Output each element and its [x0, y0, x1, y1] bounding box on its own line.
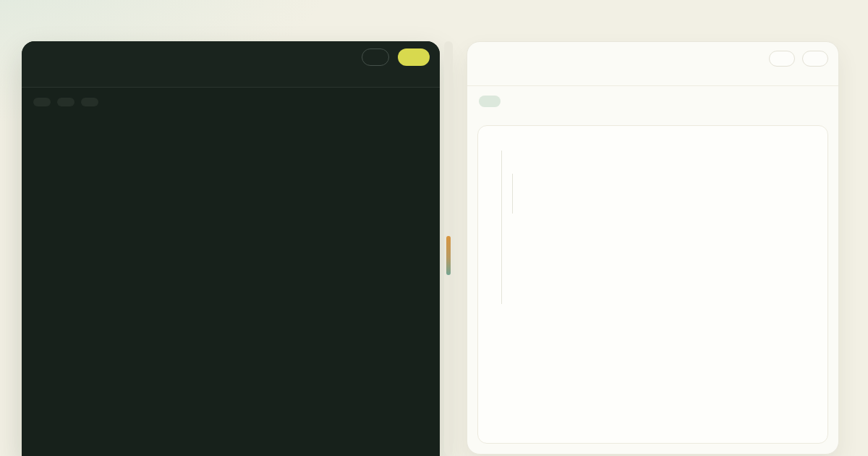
editor-panel-header [22, 41, 440, 88]
chip-parsing [81, 98, 98, 106]
tree-guide-line-level2 [512, 174, 513, 214]
reset-sample-button[interactable] [398, 48, 430, 66]
editor-actions [362, 48, 430, 66]
collapse-all-button[interactable] [802, 51, 828, 67]
expand-all-button[interactable] [769, 51, 795, 67]
chip-css-mode [57, 98, 75, 106]
explorer-panel [467, 41, 839, 455]
explorer-panel-header [467, 42, 838, 86]
editor-chips-row [22, 88, 440, 106]
clear-button[interactable] [362, 48, 389, 66]
explorer-status-row [467, 86, 838, 107]
explorer-actions [769, 51, 828, 67]
editor-panel [22, 41, 440, 456]
panel-resize-handle[interactable] [446, 236, 451, 275]
tree-guide-line-level1 [501, 151, 502, 304]
parsed-locally-badge [479, 96, 501, 107]
ast-tree [481, 129, 825, 440]
stylesheet-code-editor[interactable] [22, 122, 440, 456]
chip-codemirror [33, 98, 51, 106]
ast-tree-box [477, 125, 828, 444]
